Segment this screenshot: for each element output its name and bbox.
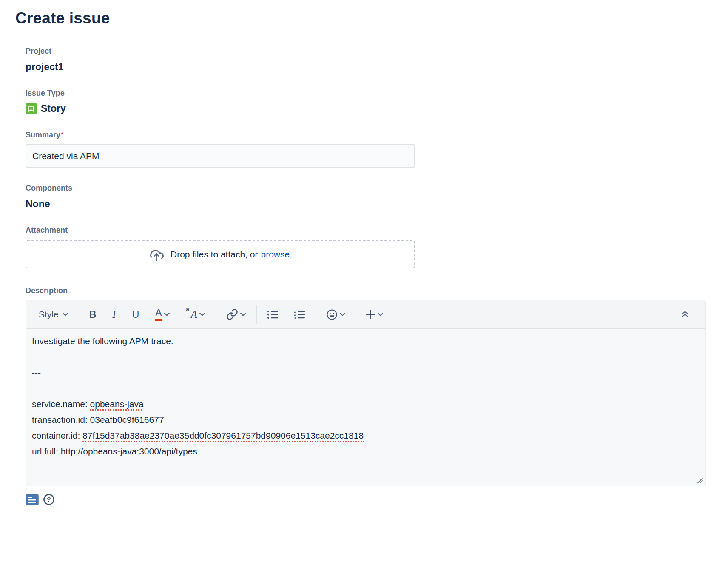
chevron-down-icon	[164, 312, 170, 317]
toolbar-group-insert	[318, 306, 392, 323]
description-content[interactable]: Investigate the following APM trace: ---…	[26, 329, 705, 486]
toolbar-group-format: B I U A aA	[81, 305, 214, 323]
chevron-down-icon	[199, 312, 205, 317]
attachment-dropzone[interactable]: Drop files to attach, orbrowse.	[26, 240, 415, 268]
help-button[interactable]: ?	[43, 494, 55, 505]
components-label: Components	[26, 184, 728, 193]
dropzone-text: Drop files to attach, orbrowse.	[171, 249, 292, 260]
description-line	[32, 380, 700, 396]
issue-type-value: Story	[41, 103, 66, 114]
required-asterisk: *	[61, 131, 63, 138]
story-bookmark-icon	[26, 103, 37, 114]
chevron-down-icon	[62, 312, 68, 317]
toolbar-group-style: Style	[34, 307, 77, 322]
description-label: Description	[26, 286, 728, 295]
project-value: project1	[26, 61, 728, 73]
svg-text:3: 3	[294, 316, 296, 319]
description-line: service.name: opbeans-java	[32, 396, 700, 412]
description-text: ---	[32, 368, 41, 377]
description-text: Investigate the following APM trace:	[32, 336, 173, 346]
italic-button[interactable]: I	[109, 306, 119, 323]
summary-label-row: Summary*	[26, 131, 728, 140]
plus-icon	[365, 309, 375, 320]
numbered-list-icon: 1 2 3	[294, 310, 305, 320]
link-button[interactable]	[223, 306, 250, 323]
issue-type-label: Issue Type	[26, 89, 728, 98]
description-line: container.id: 87f15d37ab38ae2370ae35dd0f…	[32, 428, 700, 443]
collapse-toolbar-icon	[681, 311, 689, 318]
emoji-button[interactable]	[323, 306, 349, 323]
description-line: ---	[32, 365, 700, 380]
emoji-icon	[326, 309, 338, 320]
summary-label: Summary	[26, 131, 60, 139]
description-text: container.id:	[32, 431, 82, 440]
page-title: Create issue	[15, 9, 728, 27]
bold-button[interactable]: B	[86, 306, 100, 323]
chevron-down-icon	[339, 312, 346, 317]
description-line: Investigate the following APM trace:	[32, 333, 700, 349]
summary-input[interactable]	[26, 144, 415, 168]
toolbar-separator	[256, 305, 257, 324]
wiki-markup-button[interactable]	[26, 494, 39, 505]
text-color-button[interactable]: A	[152, 305, 173, 323]
description-text: service.name:	[32, 399, 90, 409]
description-text: transaction.id: 03eafb0c9f616677	[32, 415, 164, 425]
help-icon: ?	[43, 494, 55, 505]
bullet-list-icon	[267, 310, 279, 320]
project-label: Project	[26, 47, 728, 56]
insert-more-button[interactable]	[362, 307, 387, 322]
toolbar-group-link	[218, 306, 255, 323]
toolbar-separator	[316, 305, 316, 324]
chevron-down-icon	[240, 312, 246, 317]
attachment-label: Attachment	[26, 226, 728, 235]
misspelled-text: 87f15d37ab38ae2370ae35dd0fc307961757bd90…	[82, 431, 364, 440]
wiki-markup-icon	[26, 494, 39, 505]
bullet-list-button[interactable]	[264, 307, 282, 322]
browse-link[interactable]: browse.	[261, 249, 292, 259]
text-effects-button[interactable]: aA	[183, 306, 209, 323]
description-line: transaction.id: 03eafb0c9f616677	[32, 412, 700, 428]
description-text: url.full: http://opbeans-java:3000/api/t…	[32, 446, 197, 456]
toolbar-separator	[79, 305, 79, 324]
description-line	[32, 349, 700, 365]
style-dropdown[interactable]: Style	[35, 307, 72, 322]
svg-text:?: ?	[47, 496, 51, 503]
numbered-list-button[interactable]: 1 2 3	[290, 307, 309, 322]
link-icon	[226, 308, 238, 320]
editor-toolbar: Style B I U A aA	[26, 300, 705, 329]
description-editor: Style B I U A aA	[26, 300, 706, 486]
description-line: url.full: http://opbeans-java:3000/api/t…	[32, 443, 700, 459]
resize-handle-icon[interactable]	[696, 477, 703, 484]
components-value: None	[26, 198, 728, 210]
cloud-upload-icon	[148, 247, 165, 262]
create-issue-form: Project project1 Issue Type Story Summar…	[26, 47, 728, 505]
toolbar-separator	[216, 305, 216, 324]
chevron-down-icon	[377, 312, 384, 317]
editor-footer: ?	[26, 494, 728, 505]
collapse-toolbar-button[interactable]	[677, 308, 693, 320]
toolbar-group-lists: 1 2 3	[259, 307, 314, 322]
issue-type-value-row: Story	[26, 103, 728, 114]
underline-button[interactable]: U	[129, 306, 143, 323]
misspelled-text: opbeans-java	[90, 399, 144, 409]
